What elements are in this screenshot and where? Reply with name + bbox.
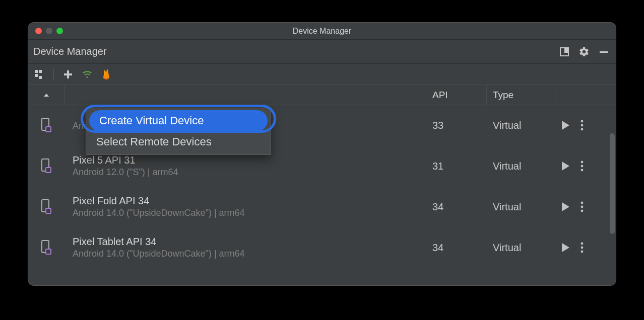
svg-point-29 bbox=[581, 251, 584, 253]
svg-point-19 bbox=[581, 169, 584, 172]
svg-rect-8 bbox=[64, 73, 72, 75]
gear-icon[interactable] bbox=[578, 46, 590, 57]
play-button[interactable] bbox=[560, 120, 570, 131]
table-header: API Type bbox=[28, 85, 616, 105]
minimize-window-button[interactable] bbox=[46, 28, 52, 34]
svg-point-18 bbox=[581, 165, 584, 168]
device-name: Pixel Fold API 34 bbox=[73, 195, 245, 207]
toolbar bbox=[28, 64, 616, 85]
more-actions-button[interactable] bbox=[581, 120, 584, 131]
svg-rect-6 bbox=[39, 76, 42, 79]
device-subtitle: Android 12.0 ("S") | arm64 bbox=[73, 167, 178, 178]
window-title: Device Manager bbox=[28, 27, 616, 36]
panel-title: Device Manager bbox=[33, 46, 107, 57]
device-type: Virtual bbox=[487, 146, 556, 186]
svg-rect-1 bbox=[564, 48, 568, 53]
svg-point-22 bbox=[581, 202, 584, 204]
svg-point-12 bbox=[581, 120, 584, 123]
traffic-lights bbox=[35, 28, 63, 34]
svg-point-23 bbox=[581, 206, 584, 208]
device-api: 34 bbox=[426, 227, 487, 268]
svg-rect-16 bbox=[46, 168, 51, 173]
svg-point-24 bbox=[581, 210, 584, 212]
add-device-button[interactable] bbox=[61, 67, 75, 82]
svg-point-17 bbox=[581, 161, 584, 164]
more-actions-button[interactable] bbox=[581, 242, 584, 253]
svg-rect-5 bbox=[35, 74, 38, 77]
device-icon bbox=[28, 146, 65, 186]
header-actions bbox=[559, 46, 609, 57]
api-column-header[interactable]: API bbox=[426, 85, 487, 105]
select-remote-devices-item[interactable]: Select Remote Devices bbox=[86, 131, 271, 152]
maximize-window-button[interactable] bbox=[56, 28, 63, 34]
svg-rect-26 bbox=[46, 249, 51, 254]
svg-point-13 bbox=[581, 124, 584, 127]
play-button[interactable] bbox=[560, 161, 570, 172]
play-button[interactable] bbox=[560, 242, 570, 253]
device-type: Virtual bbox=[487, 105, 556, 145]
name-column-header[interactable] bbox=[65, 85, 426, 105]
svg-rect-21 bbox=[46, 208, 51, 213]
more-actions-button[interactable] bbox=[581, 161, 584, 172]
device-name: Pixel Tablet API 34 bbox=[73, 236, 245, 248]
scrollbar-thumb[interactable] bbox=[610, 133, 615, 234]
sort-column-header[interactable] bbox=[28, 85, 65, 105]
toolbar-separator bbox=[53, 68, 54, 81]
minimize-panel-icon[interactable] bbox=[599, 47, 609, 57]
device-icon bbox=[28, 105, 65, 145]
device-subtitle: Android 14.0 ("UpsideDownCake") | arm64 bbox=[73, 208, 245, 218]
more-actions-button[interactable] bbox=[581, 201, 584, 212]
device-type: Virtual bbox=[487, 187, 556, 227]
device-api: 31 bbox=[426, 146, 487, 186]
firebase-icon[interactable] bbox=[99, 67, 113, 82]
titlebar: Device Manager bbox=[28, 23, 616, 40]
svg-rect-4 bbox=[39, 70, 42, 73]
close-window-button[interactable] bbox=[35, 28, 42, 34]
type-column-header[interactable]: Type bbox=[487, 85, 556, 105]
svg-point-9 bbox=[87, 76, 88, 78]
table-row[interactable]: Pixel Fold API 34 Android 14.0 ("UpsideD… bbox=[28, 187, 616, 227]
device-type: Virtual bbox=[487, 227, 556, 268]
table-row[interactable]: Pixel Tablet API 34 Android 14.0 ("Upsid… bbox=[28, 227, 616, 268]
svg-rect-3 bbox=[35, 70, 38, 73]
svg-rect-2 bbox=[600, 51, 608, 53]
device-api: 34 bbox=[426, 187, 487, 227]
play-button[interactable] bbox=[560, 201, 570, 212]
grid-view-icon[interactable] bbox=[32, 67, 46, 82]
device-api: 33 bbox=[426, 105, 487, 145]
device-icon bbox=[28, 187, 65, 227]
svg-point-14 bbox=[581, 128, 584, 131]
panel-header: Device Manager bbox=[28, 40, 616, 64]
svg-point-28 bbox=[581, 247, 584, 249]
actions-column-header bbox=[556, 85, 616, 105]
create-virtual-device-item[interactable]: Create Virtual Device bbox=[89, 110, 268, 131]
device-name: Pixel 5 API 31 bbox=[73, 154, 178, 166]
wifi-pair-icon[interactable] bbox=[80, 67, 94, 82]
window-mode-icon[interactable] bbox=[559, 47, 569, 57]
device-icon bbox=[28, 227, 65, 268]
svg-rect-11 bbox=[46, 127, 51, 132]
device-subtitle: Android 14.0 ("UpsideDownCake") | arm64 bbox=[73, 249, 245, 259]
svg-point-27 bbox=[581, 243, 584, 245]
add-device-dropdown: Create Virtual Device Select Remote Devi… bbox=[86, 108, 271, 155]
